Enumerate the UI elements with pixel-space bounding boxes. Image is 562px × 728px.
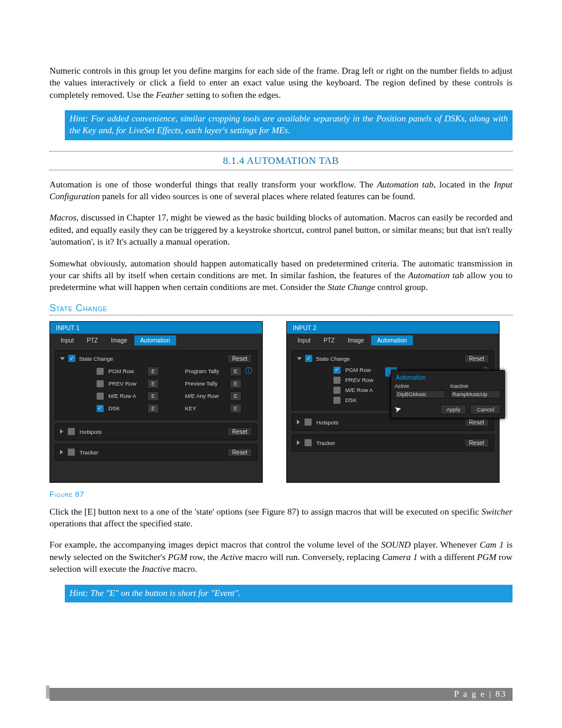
tab-image[interactable]: Image [342,335,370,345]
tracker-label: Tracker [80,449,98,456]
dsk-check[interactable] [97,405,104,412]
text-italic: State Change [328,282,375,292]
reset-button[interactable]: Reset [227,427,252,436]
apply-button[interactable]: Apply [440,404,467,414]
e-button[interactable]: E [147,379,159,388]
figure-87: INPUT 1 Input PTZ Image Automation ⓘ Sta… [49,321,513,483]
state-change-toggle[interactable] [68,355,75,362]
tab-image[interactable]: Image [105,335,133,345]
text: setting to soften the edges. [184,90,280,100]
chevron-right-icon[interactable] [297,440,300,445]
text: macro. [170,564,197,574]
reset-button[interactable]: Reset [464,439,489,447]
text: Automation is one of those wonderful thi… [49,180,377,189]
popup-header: Automation [396,374,501,381]
hotspots-toggle[interactable] [68,428,75,435]
preview-tally-label: Preview Tally [185,380,226,387]
hint-box-cropping: Hint: For added convenience, similar cro… [65,110,513,140]
me-row-a-label: M/E Row A [345,387,381,393]
e-button[interactable]: E [147,404,159,413]
inactive-label: Inactive [450,383,501,389]
dsk-check[interactable] [333,397,340,404]
reset-button[interactable]: Reset [464,418,489,427]
tab-ptz[interactable]: PTZ [81,335,104,345]
pgm-row-label: PGM Row [345,367,381,373]
me-row-a-label: M/E Row A [108,393,144,399]
prev-row-check[interactable] [97,380,104,387]
key-label: KEY [185,405,226,411]
tab-input[interactable]: Input [292,335,316,345]
section-number: 8.1.4 [223,155,247,166]
text: Click the [E] button next to a one of th… [49,507,481,516]
page-footer: P a g e | 83 [49,688,513,701]
tab-input[interactable]: Input [55,335,80,345]
info-icon[interactable]: ⓘ [245,366,252,376]
text: , discussed in Chapter 17, might be view… [49,213,513,246]
tracker-label: Tracker [316,440,335,446]
paragraph-numeric-controls: Numeric controls in this group let you d… [49,65,513,101]
active-macro-select[interactable]: DipBGMusic [395,390,445,398]
text: with a different [418,552,477,562]
divider-bottom [49,170,513,170]
tab-ptz[interactable]: PTZ [318,335,340,345]
section-title-text: AUTOMATION TAB [247,155,339,166]
text: , located in the [434,180,494,189]
e-button[interactable]: E [147,367,159,376]
me-row-a-check[interactable] [97,393,104,400]
chevron-down-icon[interactable] [297,357,302,360]
e-button[interactable]: E [230,404,242,413]
text: operations that affect the specified sta… [49,519,193,528]
me-any-row-label: M/E Any Row [185,393,226,399]
cancel-button[interactable]: Cancel [470,404,501,414]
hotspots-label: Hotspots [80,429,102,435]
inactive-macro-select[interactable]: RampMusicUp [450,390,501,398]
text-italic: Switcher [481,507,513,516]
panel1-title: INPUT 1 [50,322,262,334]
reset-button[interactable]: Reset [464,354,489,363]
panel-input2: INPUT 2 Input PTZ Image Automation ⓘ Sta… [286,321,500,483]
text-italic: Macros [49,213,77,222]
text: player. Whenever [411,540,480,549]
chevron-right-icon[interactable] [60,450,63,454]
prev-row-check[interactable] [333,377,340,384]
text-italic: SOUND [381,540,411,549]
program-tally-label: Program Tally [185,368,226,374]
me-row-a-check[interactable] [333,387,340,394]
text-italic: PGM [168,552,187,562]
e-button[interactable]: E [230,367,242,376]
reset-button[interactable]: Reset [227,448,252,457]
panel2-title: INPUT 2 [287,322,499,334]
dsk-label: DSK [345,397,381,403]
e-button[interactable]: E [230,379,242,388]
paragraph-click-e: Click the [E] button next to a one of th… [49,506,513,530]
panel1-tabs: Input PTZ Image Automation [50,334,262,345]
subhead-state-change: State Change [49,303,513,315]
tracker-toggle[interactable] [68,449,75,456]
cursor-icon: ➤ [394,403,403,415]
section-title: 8.1.4 AUTOMATION TAB [49,155,513,167]
state-change-toggle[interactable] [305,355,312,362]
chevron-right-icon[interactable] [60,429,63,434]
tab-automation[interactable]: Automation [371,335,413,345]
dsk-label: DSK [108,405,144,411]
reset-button[interactable]: Reset [227,354,252,363]
tab-automation[interactable]: Automation [134,335,176,345]
pgm-row-check[interactable] [333,367,340,374]
chevron-down-icon[interactable] [60,357,65,360]
text-italic: Automation tab [377,180,434,189]
text-italic: PGM [477,552,497,562]
chevron-right-icon[interactable] [297,420,300,424]
pgm-row-check[interactable] [97,368,104,375]
hint-box-e-event: Hint: The "E" on the button is short for… [65,585,513,602]
hotspots-toggle[interactable] [305,419,312,426]
paragraph-macros: Macros, discussed in Chapter 17, might b… [49,212,513,248]
paragraph-automation-conditions: Somewhat obviously, automation should ha… [49,258,513,294]
paragraph-automation-intro: Automation is one of those wonderful thi… [49,179,513,203]
e-button[interactable]: E [147,391,159,401]
tracker-toggle[interactable] [305,439,312,446]
prev-row-label: PREV Row [108,380,144,387]
e-button[interactable]: E [230,391,242,401]
text-italic: Active [220,552,243,562]
text: Numeric controls in this group let you d… [49,66,513,100]
text-italic: Inactive [142,564,171,574]
